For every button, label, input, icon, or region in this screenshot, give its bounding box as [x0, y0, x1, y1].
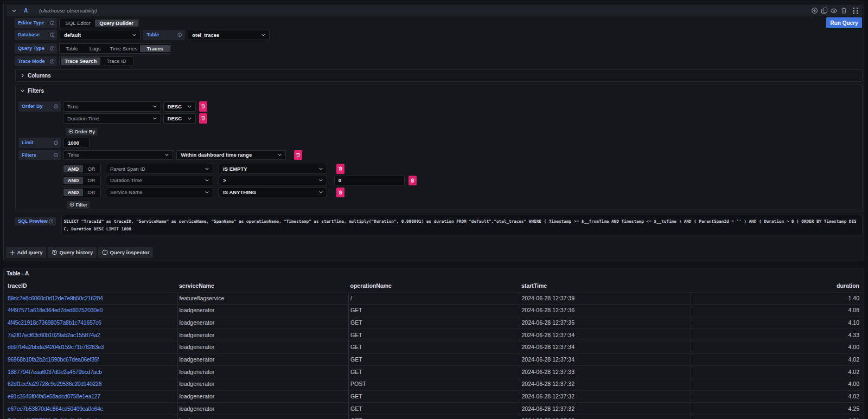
query-type-option-traces[interactable]: Traces — [140, 45, 169, 53]
table-cell: loadgenerator — [177, 341, 349, 354]
filter-bool-and-1[interactable]: AND — [63, 177, 83, 184]
query-editor-container: A (clickhouse-observability) Run Query E… — [3, 2, 864, 261]
add-query-button[interactable]: Add query — [6, 247, 46, 258]
table-cell: 4.33 — [691, 329, 863, 341]
table-cell: loadgenerator — [177, 329, 349, 341]
order-by-field-select-0[interactable]: Time — [63, 101, 161, 112]
filter-field-select-1[interactable]: Duration Time — [106, 176, 213, 186]
table-label: Table — [143, 30, 184, 40]
info-icon[interactable] — [54, 153, 59, 158]
chevron-down-icon — [152, 116, 157, 121]
editor-type-option-sql-editor[interactable]: SQL Editor — [61, 20, 95, 27]
filter-value-input-1[interactable]: 0 — [334, 176, 405, 186]
info-icon[interactable] — [49, 219, 54, 224]
info-icon[interactable] — [50, 59, 55, 64]
trace-id-link[interactable]: e67ee7b53870d4c864ca50409ca0e64c — [6, 403, 177, 415]
column-header-operationname[interactable]: operationName — [349, 280, 520, 292]
table-cell: 1.40 — [691, 292, 863, 305]
trace-id-link[interactable]: 89dc7e8c6060c0d12de7e9b50c216284 — [6, 292, 177, 305]
filters-section-header[interactable]: Filters — [16, 85, 862, 96]
filter-operator-select-1[interactable]: > — [219, 176, 327, 186]
filter-time-range-select[interactable]: Within dashboard time range — [176, 150, 286, 160]
query-type-option-time-series[interactable]: Time Series — [107, 45, 140, 53]
trace-id-link[interactable]: 7d1cbd4b7f37200d7e04b4fc49c4ba4c — [6, 415, 177, 419]
order-by-remove-button-1[interactable] — [199, 113, 207, 124]
filters-section: Filters Order By Time DESC Duration Time… — [15, 85, 863, 211]
table-select[interactable]: otel_traces — [188, 30, 270, 40]
trace-mode-option-trace-search[interactable]: Trace Search — [61, 57, 100, 65]
hide-response-eye-icon[interactable] — [829, 6, 839, 16]
column-header-servicename[interactable]: serviceName — [177, 280, 349, 292]
table-cell: 2024-06-28 12:37:33 — [520, 366, 691, 378]
filter-operator-select-0[interactable]: IS EMPTY — [219, 164, 327, 174]
run-query-button[interactable]: Run Query — [826, 17, 862, 28]
chevron-down-icon — [318, 178, 323, 183]
table-cell: GET — [349, 415, 520, 419]
add-order-by-button[interactable]: Order By — [66, 128, 98, 136]
trace-id-link[interactable]: 1887794f7eaa6037d0e2a4579bcd7acb — [6, 366, 177, 378]
editor-type-label: Editor Type — [15, 18, 57, 28]
info-icon[interactable] — [50, 46, 55, 51]
info-icon[interactable] — [177, 33, 182, 37]
trace-id-link[interactable]: 96968b10fa2b2c1590bc67dea06ef35f — [6, 353, 177, 366]
add-filter-button[interactable]: Filter — [67, 201, 90, 209]
query-type-option-logs[interactable]: Logs — [83, 45, 107, 53]
query-type-option-table[interactable]: Table — [61, 45, 84, 53]
editor-type-option-query-builder[interactable]: Query Builder — [95, 20, 137, 27]
order-by-remove-button-0[interactable] — [199, 101, 207, 112]
info-icon[interactable] — [50, 21, 55, 25]
info-icon[interactable] — [54, 140, 59, 145]
trace-id-link[interactable]: 4f497571a618e364ed7ded60752030e0 — [6, 305, 177, 317]
query-inspector-button[interactable]: Query inspector — [98, 247, 153, 258]
trace-id-link[interactable]: e91c3645f04fa5e58adcd0758e1ea127 — [6, 390, 177, 403]
filter-remove-button-0[interactable] — [336, 164, 344, 174]
query-row-header[interactable]: A (clickhouse-observability) — [7, 5, 862, 16]
database-select[interactable]: default — [60, 30, 141, 40]
table-cell: GET — [349, 366, 520, 378]
order-by-field-select-1[interactable]: Duration Time — [63, 113, 161, 124]
trace-id-link[interactable]: 7a2f07ecf63c60b1029ab2ac155874a2 — [6, 329, 177, 341]
remove-query-trash-icon[interactable] — [839, 6, 848, 16]
info-icon[interactable] — [54, 104, 59, 109]
column-header-duration[interactable]: duration — [691, 280, 863, 292]
column-header-starttime[interactable]: startTime — [520, 280, 691, 292]
filter-time-field-select[interactable]: Time — [63, 150, 173, 160]
collapse-chevron-icon[interactable] — [11, 8, 17, 14]
table-cell: 4.01 — [691, 415, 863, 419]
filter-field-select-0[interactable]: Parent Span ID — [106, 164, 213, 174]
duplicate-query-icon[interactable] — [819, 6, 829, 16]
trace-id-link[interactable]: 62df1ec9a29728c9e29536c20d140226 — [6, 378, 177, 390]
trace-id-link[interactable]: db9704a2bbda34204d159c71b78283e3 — [6, 341, 177, 354]
table-row: 7a2f07ecf63c60b1029ab2ac155874a2loadgene… — [6, 329, 862, 341]
trace-mode-option-trace-id[interactable]: Trace ID — [100, 57, 132, 65]
chevron-down-icon — [187, 104, 192, 109]
filter-field-select-2[interactable]: Service Name — [106, 188, 213, 198]
table-cell: / — [349, 292, 520, 305]
columns-section-header[interactable]: Columns — [16, 70, 862, 81]
record-query-icon[interactable] — [809, 6, 819, 16]
table-cell: GET — [349, 305, 520, 317]
table-row: 7d1cbd4b7f37200d7e04b4fc49c4ba4cloadgene… — [6, 415, 862, 419]
filter-remove-button-2[interactable] — [336, 188, 344, 198]
query-history-button[interactable]: Query history — [48, 247, 97, 258]
order-by-direction-select-1[interactable]: DESC — [163, 113, 196, 124]
query-type-label: Query Type — [15, 43, 57, 54]
filter-bool-and-0[interactable]: AND — [63, 165, 83, 173]
filter-time-remove-button[interactable] — [294, 150, 302, 160]
drag-handle-icon[interactable] — [851, 6, 860, 16]
filter-remove-button-1[interactable] — [409, 176, 417, 186]
filter-bool-and-2[interactable]: AND — [63, 189, 83, 196]
table-cell: GET — [349, 403, 520, 415]
column-header-traceid[interactable]: traceID — [6, 280, 177, 292]
info-icon[interactable] — [50, 33, 55, 37]
filter-bool-or-1[interactable]: OR — [83, 177, 100, 184]
filter-operator-select-2[interactable]: IS ANYTHING — [219, 188, 327, 198]
filter-bool-or-0[interactable]: OR — [83, 165, 100, 173]
columns-section: Columns — [15, 69, 863, 82]
filter-bool-or-2[interactable]: OR — [83, 189, 100, 196]
limit-input[interactable]: 1000 — [63, 138, 90, 148]
trace-id-link[interactable]: 4f45c21918c73698057a8b1c741657c6 — [6, 317, 177, 329]
chevron-down-icon — [132, 33, 137, 37]
table-cell: 4.02 — [691, 366, 863, 378]
order-by-direction-select-0[interactable]: DESC — [163, 101, 196, 112]
